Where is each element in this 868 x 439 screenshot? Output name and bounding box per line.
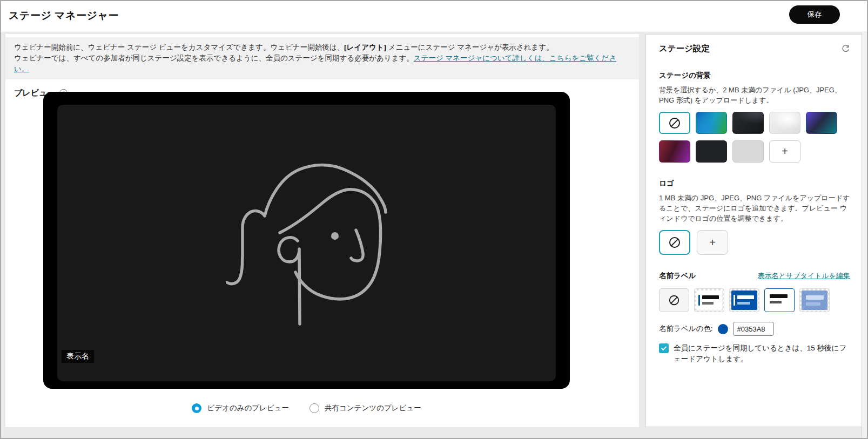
add-logo-button[interactable]: +	[697, 230, 728, 255]
logo-none-button[interactable]	[659, 230, 690, 255]
fade-out-checkbox[interactable]	[659, 343, 669, 353]
edit-display-name-link[interactable]: 表示名とサブタイトルを編集	[758, 271, 850, 281]
preview-mode-radios: ビデオのみのプレビュー 共有コンテンツのプレビュー	[43, 403, 570, 413]
stage-settings-title: ステージ設定	[659, 43, 710, 55]
save-button[interactable]: 保存	[789, 5, 840, 24]
content-area: ウェビナー開始前に、ウェビナー ステージ ビューをカスタマイズできます。ウェビナ…	[1, 32, 867, 438]
radio-selected-icon[interactable]	[192, 403, 201, 413]
banner-line-1: ウェビナー開始前に、ウェビナー ステージ ビューをカスタマイズできます。ウェビナ…	[14, 42, 630, 53]
layout-menu-ref: [レイアウト]	[344, 43, 386, 51]
name-label-style-none[interactable]	[659, 288, 689, 312]
stage-preview: 表示名	[57, 105, 556, 381]
background-swatch-light-swirl[interactable]	[769, 112, 800, 134]
name-label-style-translucent-blue[interactable]	[799, 288, 830, 312]
radio-content-label: 共有コンテンツのプレビュー	[325, 403, 421, 413]
name-label-style-blue-filled[interactable]	[729, 288, 759, 312]
background-swatch-black[interactable]	[696, 140, 727, 163]
scrollbar-track[interactable]	[862, 32, 867, 438]
info-banner: ウェビナー開始前に、ウェビナー ステージ ビューをカスタマイズできます。ウェビナ…	[5, 37, 639, 79]
fade-out-label: 全員にステージを同期しているときは、15 秒後にフェードアウトします。	[674, 343, 850, 364]
refresh-icon[interactable]	[841, 44, 850, 53]
background-swatch-purple-teal[interactable]	[806, 112, 837, 134]
display-name-label[interactable]: 表示名	[62, 350, 94, 363]
name-label-style-white-solid[interactable]	[764, 288, 795, 312]
background-section-description: 背景を選択するか、2 MB 未満のファイル (JPG、JPEG、PNG 形式) …	[659, 85, 850, 105]
stage-preview-frame: 表示名	[43, 92, 570, 389]
page-header: ステージ マネージャー 保存	[1, 1, 867, 31]
background-swatch-maroon-magenta[interactable]	[659, 140, 690, 163]
name-label-style-white-transparent[interactable]	[694, 288, 724, 312]
name-label-style-options	[659, 288, 850, 312]
logo-section-title: ロゴ	[659, 179, 850, 188]
background-swatch-grid: +	[659, 112, 843, 163]
stage-manager-page: ステージ マネージャー 保存 ウェビナー開始前に、ウェビナー ステージ ビューを…	[0, 0, 868, 439]
main-panel: ウェビナー開始前に、ウェビナー ステージ ビューをカスタマイズできます。ウェビナ…	[5, 34, 639, 427]
eye-dot	[331, 232, 339, 240]
name-label-title: 名前ラベル	[659, 271, 696, 281]
background-swatch-light-gray[interactable]	[732, 140, 764, 163]
page-title: ステージ マネージャー	[9, 9, 119, 23]
color-swatch-circle[interactable]	[718, 324, 728, 334]
checkmark-icon	[661, 345, 667, 352]
name-label-header: 名前ラベル 表示名とサブタイトルを編集	[659, 271, 850, 281]
radio-video-label: ビデオのみのプレビュー	[207, 403, 289, 413]
radio-unselected-icon[interactable]	[309, 403, 319, 413]
none-icon	[668, 236, 681, 249]
name-label-color-label: 名前ラベルの色:	[659, 324, 713, 334]
stage-settings-panel: ステージ設定 ステージの背景 背景を選択するか、2 MB 未満のファイル (JP…	[645, 34, 864, 427]
radio-video-only-preview[interactable]: ビデオのみのプレビュー	[192, 403, 289, 413]
stage-settings-header: ステージ設定	[659, 43, 850, 55]
banner-line-2: ウェビナーでは、すべての参加者が同じステージ設定を表示できるように、全員のステー…	[14, 53, 630, 75]
fade-out-option: 全員にステージを同期しているときは、15 秒後にフェードアウトします。	[659, 343, 850, 364]
none-icon	[668, 117, 681, 130]
background-swatch-none[interactable]	[659, 112, 690, 134]
logo-section-description: 1 MB 未満の JPG、JPEG、PNG ファイルをアップロードすることで、ス…	[659, 193, 850, 224]
none-icon	[668, 294, 680, 306]
add-background-button[interactable]: +	[769, 140, 800, 163]
radio-shared-content-preview[interactable]: 共有コンテンツのプレビュー	[309, 403, 421, 413]
avatar-line-art-illustration	[226, 151, 388, 340]
logo-options: +	[659, 230, 850, 255]
background-swatch-dark-wave[interactable]	[732, 112, 764, 134]
background-swatch-blue-green[interactable]	[696, 112, 727, 134]
name-label-color-row: 名前ラベルの色:	[659, 322, 850, 336]
background-section-title: ステージの背景	[659, 71, 850, 80]
color-hex-input[interactable]	[733, 322, 774, 336]
